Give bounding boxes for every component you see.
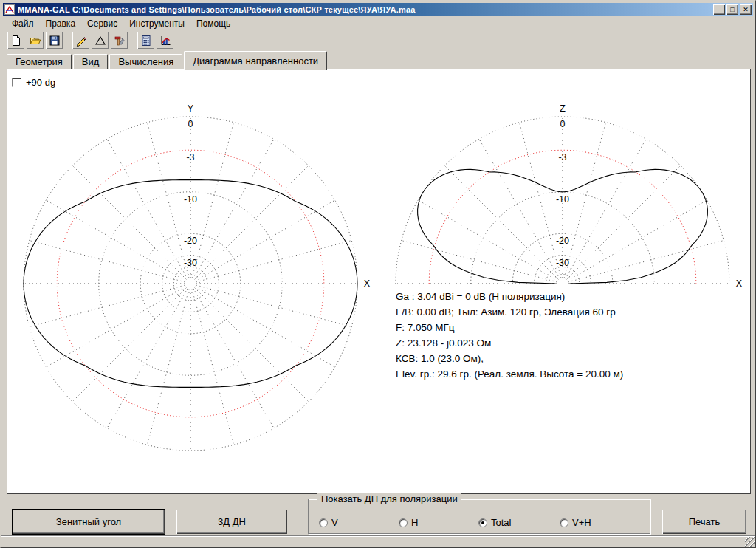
- svg-text:-30: -30: [556, 258, 569, 268]
- tab-geometry[interactable]: Геометрия: [7, 54, 72, 69]
- titlebar[interactable]: MMANA-GAL C:\Documents and Settings\Поль…: [3, 3, 753, 16]
- tab-calculations[interactable]: Вычисления: [109, 54, 182, 69]
- svg-text:-3: -3: [186, 152, 194, 162]
- tools-icon: [114, 35, 126, 47]
- maximize-button[interactable]: □: [726, 4, 738, 15]
- triangle-icon: [94, 35, 106, 47]
- result-info-block: Ga : 3.04 dBi = 0 dB (H поляризация) F/B…: [396, 289, 750, 382]
- svg-text:Z: Z: [560, 103, 566, 114]
- open-folder-icon: [30, 35, 41, 47]
- info-line-impedance: Z: 23.128 - j0.023 Ом: [396, 335, 750, 351]
- calculate-button[interactable]: [137, 32, 154, 49]
- svg-text:-10: -10: [184, 194, 197, 205]
- chart-icon: [159, 35, 171, 47]
- tab-radiation-pattern[interactable]: Диаграмма направленности: [184, 51, 327, 70]
- tab-view[interactable]: Вид: [73, 54, 109, 69]
- radio-vh-label: V+H: [572, 517, 591, 528]
- svg-text:-20: -20: [184, 236, 197, 246]
- menu-bar: Файл Правка Сервис Инструменты Помощь: [3, 16, 753, 30]
- info-line-elevation: Elev. гр.: 29.6 гр. (Реал. земля. Высота…: [396, 366, 750, 382]
- menu-item-file[interactable]: Файл: [6, 17, 40, 30]
- svg-text:-3: -3: [558, 152, 566, 162]
- app-window: MMANA-GAL C:\Documents and Settings\Поль…: [0, 0, 756, 548]
- svg-text:X: X: [736, 278, 743, 289]
- open-button[interactable]: [27, 32, 44, 49]
- radiation-pattern-plots: YX0-3-10-20-30ZX0-3-10-20-30: [7, 69, 749, 493]
- radio-h-label: H: [411, 517, 418, 528]
- svg-text:0: 0: [188, 119, 193, 129]
- radio-vh[interactable]: V+H: [560, 517, 591, 528]
- radio-h-circle: [399, 518, 408, 527]
- info-line-gain: Ga : 3.04 dBi = 0 dB (H поляризация): [396, 289, 750, 304]
- radio-h[interactable]: H: [399, 517, 418, 528]
- zenith-angle-button[interactable]: Зенитный угол: [13, 510, 165, 534]
- tab-bar: Геометрия Вид Вычисления Диаграмма напра…: [3, 50, 753, 69]
- pattern-panel: YX0-3-10-20-30ZX0-3-10-20-30 +90 dg Ga :…: [7, 69, 751, 494]
- new-file-icon: [10, 35, 22, 47]
- radio-total-label: Total: [491, 517, 511, 528]
- info-line-swr: КСВ: 1.0 (23.0 Ом),: [396, 351, 750, 366]
- polarization-group-label: Показать ДН для поляризации: [317, 493, 461, 504]
- polarization-groupbox: Показать ДН для поляризации V H Total V+…: [308, 499, 650, 534]
- info-line-freq: F: 7.050 МГц: [396, 320, 750, 335]
- new-file-button[interactable]: [7, 32, 24, 49]
- calculator-icon: [140, 35, 152, 47]
- print-button[interactable]: Печать: [662, 510, 746, 534]
- menu-item-edit[interactable]: Правка: [40, 17, 82, 30]
- svg-text:-30: -30: [184, 258, 197, 268]
- tools-button[interactable]: [111, 32, 128, 49]
- toolbar: [3, 30, 753, 50]
- menu-item-instruments[interactable]: Инструменты: [123, 17, 190, 30]
- radio-v[interactable]: V: [319, 517, 338, 528]
- svg-text:-10: -10: [556, 194, 569, 205]
- radio-total-circle: [478, 518, 487, 527]
- radio-vh-circle: [560, 518, 568, 527]
- save-button[interactable]: [46, 32, 63, 49]
- plus90-checkbox-label: +90 dg: [26, 77, 55, 88]
- radio-v-label: V: [331, 517, 338, 528]
- 3d-pattern-button[interactable]: 3Д ДН: [176, 510, 287, 534]
- menu-item-service[interactable]: Сервис: [81, 17, 123, 30]
- draw-wire-button[interactable]: [72, 32, 89, 49]
- pencil-icon: [75, 35, 87, 47]
- svg-text:0: 0: [560, 119, 566, 129]
- svg-text:X: X: [364, 278, 371, 289]
- bottom-controls: Зенитный угол 3Д ДН Показать ДН для поля…: [1, 494, 755, 537]
- resize-grip[interactable]: [745, 537, 755, 547]
- app-icon: [4, 4, 15, 15]
- svg-text:-20: -20: [556, 236, 569, 246]
- plus90-row: +90 dg: [12, 77, 55, 88]
- radio-total[interactable]: Total: [478, 517, 511, 528]
- window-title: MMANA-GAL C:\Documents and Settings\Поль…: [18, 5, 713, 14]
- close-button[interactable]: ✕: [740, 4, 752, 15]
- minimize-button[interactable]: _: [713, 4, 725, 15]
- menu-item-help[interactable]: Помощь: [190, 17, 236, 30]
- svg-text:Y: Y: [188, 103, 194, 114]
- status-bar: [1, 535, 755, 547]
- triangle-button[interactable]: [92, 32, 109, 49]
- radio-v-circle: [319, 518, 328, 527]
- window-controls: _ □ ✕: [713, 4, 752, 15]
- chart-button[interactable]: [157, 32, 173, 49]
- info-line-fb: F/B: 0.00 dB; Тыл: Азим. 120 гр, Элеваци…: [396, 304, 750, 320]
- plus90-checkbox[interactable]: [12, 78, 21, 87]
- save-floppy-icon: [49, 35, 61, 47]
